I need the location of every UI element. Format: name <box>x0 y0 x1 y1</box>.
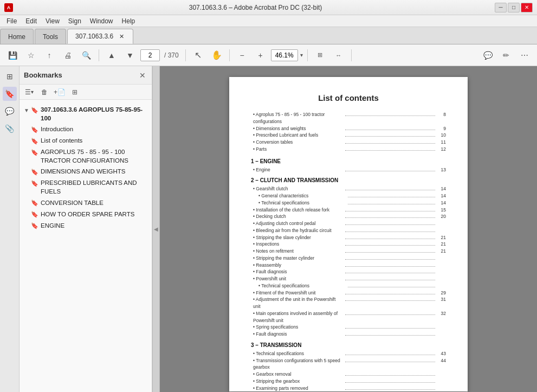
print-button[interactable]: 🖨 <box>60 48 76 63</box>
menu-file[interactable]: File <box>2 16 21 26</box>
comment-button[interactable]: 💬 <box>480 48 496 63</box>
list-item[interactable]: 🔖 DIMENSIONS AND WEIGHTS <box>30 166 148 177</box>
list-item[interactable]: 🔖 List of contents <box>30 135 148 146</box>
menu-view[interactable]: View <box>41 16 64 26</box>
tab-close-button[interactable]: ✕ <box>118 33 125 40</box>
zoom-dropdown-arrow[interactable]: ▾ <box>300 52 303 58</box>
toc-entry[interactable]: • Agroplus 75 - 85 - 95 - 100 tractor co… <box>251 111 446 125</box>
bookmarks-panel: Bookmarks ✕ ☰ ▾ 🗑 +📄 ⊞ ▼ 🔖 307.1063.3.6 … <box>20 66 152 392</box>
pan-tool[interactable]: ✋ <box>209 48 225 63</box>
toc-entry[interactable]: • Main operations involved in assembly o… <box>251 310 446 324</box>
toc-entry[interactable]: • Notes on refitment 21 <box>251 248 446 255</box>
tab-tools-label: Tools <box>43 33 58 41</box>
fit-width-button[interactable]: ↔ <box>331 48 347 63</box>
zoom-out-button[interactable]: − <box>234 48 250 63</box>
toc-entry[interactable]: • Fitment of the Powershift unit 29 <box>251 290 446 297</box>
toc-section-3-header: 3 – TRANSMISSION <box>251 342 446 348</box>
toc-entry[interactable]: • Prescribed Lubricant and fuels 10 <box>251 132 446 139</box>
minimize-button[interactable]: ─ <box>495 3 507 12</box>
toc-entry[interactable]: • Technical specifications 14 <box>251 200 446 207</box>
toc-entry-name: • Fault diagnosis <box>253 331 343 338</box>
zoom-input[interactable] <box>271 49 298 61</box>
menu-sign[interactable]: Sign <box>64 16 86 26</box>
toc-entry[interactable]: • Bleeding air from the hydraulic circui… <box>251 227 446 234</box>
toc-entry[interactable]: • Technical specifications <box>251 282 446 290</box>
toc-intro-section: • Agroplus 75 - 85 - 95 - 100 tractor co… <box>251 111 446 153</box>
save-button[interactable]: 💾 <box>4 48 21 63</box>
toc-entry-name: • Gearshift clutch <box>253 185 343 192</box>
bookmark-button[interactable]: ☆ <box>23 48 39 63</box>
next-page-button[interactable]: ▼ <box>122 48 138 63</box>
tab-tools[interactable]: Tools <box>35 29 66 44</box>
toc-page-num: 8 <box>437 111 446 118</box>
toc-page-num: 32 <box>437 310 446 317</box>
toc-entry[interactable]: • Transmission configurations with 5 spe… <box>251 357 446 371</box>
bookmark-expand-icon[interactable]: ▼ <box>23 106 30 114</box>
list-item[interactable]: 🔖 AGROPLUS 75 - 85 - 95 - 100 TRACTOR CO… <box>30 146 148 166</box>
toc-entry[interactable]: • Reassembly <box>251 262 446 269</box>
panel-icon-bookmarks[interactable]: 🔖 <box>3 87 17 101</box>
tab-home[interactable]: Home <box>0 29 34 44</box>
menu-edit[interactable]: Edit <box>21 16 41 26</box>
share-button[interactable]: ↑ <box>41 48 57 63</box>
toc-entry[interactable]: • Decking clutch 20 <box>251 213 446 220</box>
menu-window[interactable]: Window <box>86 16 118 26</box>
bookmark-child-icon: 🔖 <box>30 210 39 219</box>
toc-title: List of contents <box>251 93 446 102</box>
toc-entry[interactable]: • Installation of the clutch release for… <box>251 207 446 214</box>
toc-entry[interactable]: • Technical specifications 43 <box>251 350 446 357</box>
tab-document[interactable]: 307.1063.3.6 ✕ <box>67 29 133 44</box>
toc-entry[interactable]: • Examining parts removed <box>251 385 446 392</box>
toc-entry[interactable]: • Adjustment of the unit in the Powershi… <box>251 296 446 310</box>
maximize-button[interactable]: □ <box>508 3 520 12</box>
zoom-in-button[interactable]: + <box>253 48 269 63</box>
toc-entry[interactable]: • Powershift unit <box>251 275 446 282</box>
close-button[interactable]: ✕ <box>521 3 533 12</box>
menu-help[interactable]: Help <box>118 16 140 26</box>
toc-section-3-entries: • Technical specifications 43 • Transmis… <box>251 350 446 392</box>
list-item[interactable]: 🔖 ENGINE <box>30 220 148 232</box>
bookmarks-header: Bookmarks ✕ <box>20 66 152 85</box>
bookmarks-close-button[interactable]: ✕ <box>138 70 147 80</box>
toc-dots <box>345 382 435 383</box>
toc-entry[interactable]: • Gearbox removal <box>251 371 446 378</box>
page-input[interactable] <box>140 49 160 61</box>
bookmarks-menu-button[interactable]: ☰ ▾ <box>23 86 36 98</box>
list-item[interactable]: 🔖 Introduction <box>30 124 148 135</box>
bookmarks-new-button[interactable]: +📄 <box>53 86 66 98</box>
panel-icon-comments[interactable]: 💬 <box>3 104 17 118</box>
prev-page-button[interactable]: ▲ <box>103 48 120 63</box>
toc-page-num: 20 <box>437 213 446 220</box>
fit-page-button[interactable]: ⊞ <box>312 48 328 63</box>
more-button[interactable]: ⋯ <box>516 48 533 63</box>
toc-dots <box>345 375 435 376</box>
list-item[interactable]: 🔖 HOW TO ORDER SPARE PARTS <box>30 209 148 220</box>
panel-icon-pages[interactable]: ⊞ <box>3 69 17 83</box>
toc-entry[interactable]: • General characteristics 14 <box>251 192 446 200</box>
toc-entry[interactable]: • Inspections 21 <box>251 241 446 248</box>
toc-entry[interactable]: • Parts 12 <box>251 146 446 153</box>
pen-button[interactable]: ✏ <box>498 48 514 63</box>
toc-entry[interactable]: • Engine 13 <box>251 166 446 173</box>
toc-entry[interactable]: • Fault diagnosis <box>251 331 446 338</box>
toc-entry[interactable]: • Stripping the slave cylinder 21 <box>251 234 446 241</box>
toc-entry[interactable]: • Dimensions and weights 9 <box>251 125 446 132</box>
toc-entry[interactable]: • Gearshift clutch 14 <box>251 185 446 192</box>
bookmark-root-row[interactable]: ▼ 🔖 307.1063.3.6 AGROPLUS 75-85-95-100 <box>23 104 148 124</box>
toc-entry[interactable]: • Stripping the gearbox <box>251 378 446 385</box>
toc-entry[interactable]: • Conversion tables 11 <box>251 139 446 146</box>
panel-collapse-handle[interactable]: ◀ <box>152 66 160 392</box>
toc-section-2-header: 2 – CLUTCH AND TRANSMISSION <box>251 177 446 183</box>
toc-entry[interactable]: • Adjusting clutch control pedal <box>251 220 446 227</box>
panel-icon-attachments[interactable]: 📎 <box>3 121 17 136</box>
toc-dots <box>345 355 435 355</box>
toc-entry[interactable]: • Fault diagnosis <box>251 268 446 275</box>
toc-entry[interactable]: • Spring specifications <box>251 324 446 331</box>
cursor-tool[interactable]: ↖ <box>190 48 206 63</box>
list-item[interactable]: 🔖 CONVERSION TABLE <box>30 197 148 209</box>
bookmarks-expand-button[interactable]: ⊞ <box>68 86 81 98</box>
list-item[interactable]: 🔖 PRESCRIBED LUBRICANTS AND FUELS <box>30 177 148 197</box>
bookmarks-delete-button[interactable]: 🗑 <box>38 86 51 98</box>
toc-entry[interactable]: • Stripping the master cylinder <box>251 255 446 262</box>
search-button[interactable]: 🔍 <box>78 48 94 63</box>
